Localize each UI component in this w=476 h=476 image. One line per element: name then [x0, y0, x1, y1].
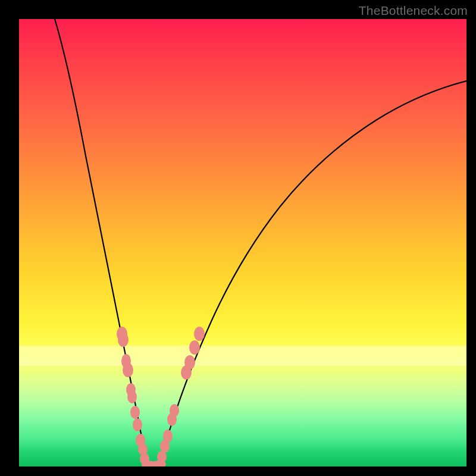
marker-blobs: [117, 327, 205, 466]
svg-point-5: [127, 390, 137, 403]
right-curve: [157, 81, 466, 465]
svg-point-3: [123, 363, 133, 377]
svg-point-23: [194, 327, 205, 341]
svg-point-15: [157, 451, 167, 463]
svg-point-22: [189, 340, 200, 355]
watermark-text: TheBottleneck.com: [359, 4, 468, 18]
svg-point-19: [170, 404, 179, 417]
chart-svg: [19, 19, 466, 466]
svg-point-7: [133, 418, 142, 431]
svg-point-21: [184, 355, 195, 369]
outer-frame: TheBottleneck.com: [0, 0, 476, 476]
svg-point-1: [118, 333, 129, 347]
svg-point-17: [163, 430, 173, 443]
svg-point-6: [130, 406, 140, 419]
plot-area: [19, 19, 466, 466]
right-curve-group: [157, 81, 466, 465]
